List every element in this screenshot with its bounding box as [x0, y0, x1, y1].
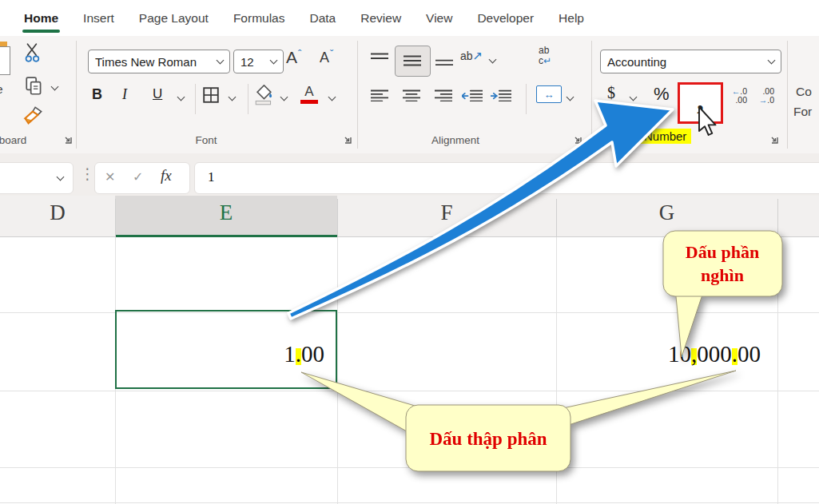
accounting-format-chevron-icon[interactable] — [630, 93, 638, 101]
formula-input[interactable] — [194, 162, 819, 194]
format-painter-icon[interactable] — [22, 105, 46, 127]
column-header-e[interactable]: E — [115, 200, 337, 225]
alignment-dialog-launcher[interactable] — [573, 135, 583, 145]
decrease-font-size-button[interactable]: Aˇ — [320, 50, 333, 66]
merge-center-chevron-icon[interactable] — [567, 93, 574, 101]
formula-bar: ⋮ ✕ ✓ fx 1 — [0, 153, 819, 196]
ribbon-tab-bar: Home Insert Page Layout Formulas Data Re… — [0, 0, 819, 36]
worksheet-grid: 1.00 10,000.00 — [0, 237, 819, 504]
underline-button[interactable]: U — [153, 86, 162, 102]
font-color-bar — [300, 100, 318, 104]
align-center-icon[interactable] — [403, 89, 420, 101]
tab-formulas[interactable]: Formulas — [233, 11, 285, 26]
decrease-decimal-button[interactable]: .00 →.0 — [750, 87, 774, 105]
wrap-text-button[interactable]: ab c↵ — [539, 46, 551, 66]
tab-page-layout[interactable]: Page Layout — [139, 11, 209, 26]
align-left-icon[interactable] — [371, 89, 388, 101]
tab-review[interactable]: Review — [360, 11, 401, 26]
tab-data[interactable]: Data — [310, 11, 336, 26]
tab-view[interactable]: View — [426, 11, 452, 26]
align-right-icon[interactable] — [435, 89, 452, 101]
decrease-indent-icon[interactable] — [462, 89, 483, 101]
clipboard-dialog-launcher[interactable] — [63, 135, 74, 145]
shrink-font-caret-icon: ˇ — [330, 48, 333, 60]
grow-font-letter: A — [286, 48, 297, 67]
paste-icon-sheet — [0, 46, 10, 75]
alignment-group-label: Alignment — [415, 134, 495, 146]
comma-style-button-highlight: , — [678, 82, 723, 124]
conditional-formatting-line2: For — [793, 101, 812, 121]
selected-cell-border — [115, 310, 337, 389]
cell-g-p1: 10 — [668, 341, 691, 367]
underline-chevron-icon[interactable] — [177, 93, 185, 101]
font-name-value: Times New Roman — [95, 55, 197, 69]
orientation-text: ab — [460, 50, 473, 62]
copy-dropdown-chevron-icon[interactable] — [51, 83, 59, 91]
font-size-value: 12 — [241, 55, 254, 69]
formula-value: 1 — [208, 169, 215, 185]
wrap-text-top: ab — [539, 45, 549, 56]
comma-style-button[interactable]: , — [697, 85, 704, 117]
font-color-letter: A — [300, 84, 318, 99]
decimal-point-highlight-g: . — [732, 341, 737, 367]
font-dialog-launcher[interactable] — [343, 135, 353, 145]
copy-icon[interactable] — [24, 76, 45, 97]
orientation-button[interactable]: ab↗ — [460, 49, 483, 63]
formula-bar-grip-icon[interactable]: ⋮ — [80, 165, 95, 183]
clipboard-group-label-clipped: board — [0, 134, 37, 146]
tab-help[interactable]: Help — [559, 11, 584, 26]
orientation-arrow-icon: ↗ — [473, 49, 483, 62]
accounting-format-button[interactable]: $ — [607, 84, 615, 102]
enter-button[interactable]: ✓ — [133, 169, 143, 185]
column-headers: D E F G — [0, 196, 819, 237]
borders-chevron-icon[interactable] — [229, 93, 237, 101]
tab-home[interactable]: Home — [24, 11, 58, 26]
conditional-formatting-button-clipped[interactable]: Co For — [796, 81, 812, 121]
font-group-label: Font — [166, 134, 246, 146]
insert-function-button[interactable]: fx — [161, 167, 172, 185]
column-header-g[interactable]: G — [556, 200, 777, 225]
percent-style-button[interactable]: % — [654, 84, 670, 105]
align-top-icon[interactable] — [371, 52, 388, 65]
font-size-chevron-icon — [270, 57, 278, 65]
cancel-button[interactable]: ✕ — [105, 169, 115, 185]
number-dialog-launcher[interactable] — [769, 135, 780, 145]
excel-window: Home Insert Page Layout Formulas Data Re… — [0, 0, 819, 504]
cell-g-value[interactable]: 10,000.00 — [559, 341, 761, 367]
cell-g-p3: 00 — [737, 341, 761, 367]
cell-g-p2: 000 — [697, 341, 732, 367]
increase-decimal-bottom: .00 — [723, 96, 747, 105]
merge-arrows-icon: ↔ — [544, 89, 555, 101]
number-format-chevron-icon — [768, 57, 776, 65]
font-size-combo[interactable]: 12 — [233, 50, 284, 73]
column-header-f[interactable]: F — [337, 200, 556, 225]
increase-font-size-button[interactable]: Aˆ — [286, 48, 301, 67]
paste-label-clipped: te — [0, 82, 3, 96]
number-format-combo[interactable]: Accounting — [600, 50, 781, 73]
column-header-d[interactable]: D — [0, 200, 115, 225]
cut-icon[interactable] — [24, 42, 42, 63]
italic-button[interactable]: I — [122, 86, 127, 103]
orientation-chevron-icon[interactable] — [489, 56, 497, 64]
number-group-label: Number — [639, 129, 691, 144]
font-name-chevron-icon — [217, 57, 225, 65]
tab-insert[interactable]: Insert — [83, 11, 114, 26]
conditional-formatting-line1: Co — [796, 81, 812, 101]
grow-font-caret-icon: ˆ — [298, 48, 301, 60]
number-format-value: Accounting — [607, 55, 666, 69]
borders-icon[interactable] — [202, 86, 220, 104]
font-color-button[interactable]: A — [300, 84, 318, 104]
increase-decimal-button[interactable]: ←←.0.0 .00 — [723, 87, 747, 105]
fill-color-chevron-icon[interactable] — [280, 93, 288, 101]
shrink-font-letter: A — [320, 50, 329, 66]
merge-center-button[interactable]: ↔ — [536, 85, 562, 103]
align-middle-icon[interactable] — [404, 54, 421, 67]
wrap-return-arrow-icon: ↵ — [543, 55, 551, 66]
font-color-chevron-icon[interactable] — [328, 93, 336, 101]
align-bottom-icon[interactable] — [435, 57, 453, 69]
fill-color-icon[interactable] — [253, 85, 276, 106]
tab-developer[interactable]: Developer — [477, 11, 534, 26]
font-name-combo[interactable]: Times New Roman — [88, 50, 230, 73]
bold-button[interactable]: B — [92, 86, 102, 103]
increase-indent-icon[interactable] — [491, 89, 511, 101]
